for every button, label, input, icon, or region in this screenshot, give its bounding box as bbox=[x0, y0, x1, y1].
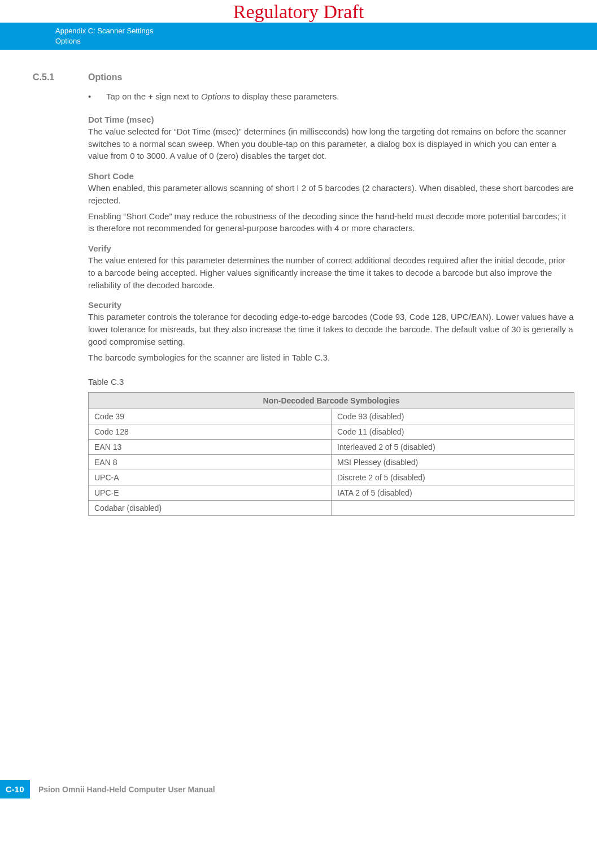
table-row: EAN 8MSI Plessey (disabled) bbox=[89, 455, 574, 470]
footer-manual-title: Psion Omnii Hand-Held Computer User Manu… bbox=[38, 785, 215, 794]
bullet-prefix: Tap on the bbox=[106, 92, 148, 101]
table-row: UPC-ADiscrete 2 of 5 (disabled) bbox=[89, 470, 574, 485]
table-cell: Discrete 2 of 5 (disabled) bbox=[332, 470, 574, 485]
para-short-code-2: Enabling “Short Code” may reduce the rob… bbox=[88, 210, 574, 235]
header-line-1: Appendix C: Scanner Settings bbox=[55, 26, 597, 36]
table-cell: Interleaved 2 of 5 (disabled) bbox=[332, 440, 574, 455]
heading-dot-time: Dot Time (msec) bbox=[88, 115, 574, 124]
table-cell: Code 93 (disabled) bbox=[332, 409, 574, 424]
heading-verify: Verify bbox=[88, 244, 574, 253]
para-dot-time: The value selected for “Dot Time (msec)”… bbox=[88, 125, 574, 162]
bullet-suffix: to display these parameters. bbox=[230, 92, 339, 101]
table-cell: IATA 2 of 5 (disabled) bbox=[332, 485, 574, 501]
header-line-2: Options bbox=[55, 36, 597, 46]
page-number-badge: C-10 bbox=[0, 780, 30, 798]
header-bar: Appendix C: Scanner Settings Options bbox=[0, 23, 597, 50]
table-cell bbox=[332, 501, 574, 516]
bullet-bold: + bbox=[148, 92, 153, 101]
body-area: • Tap on the + sign next to Options to d… bbox=[88, 90, 574, 516]
table-caption: Table C.3 bbox=[88, 377, 574, 387]
para-security-1: This parameter controls the tolerance fo… bbox=[88, 311, 574, 348]
table-row: Code 39Code 93 (disabled) bbox=[89, 409, 574, 424]
bullet-item: • Tap on the + sign next to Options to d… bbox=[88, 90, 574, 103]
watermark-text: Regulatory Draft bbox=[0, 0, 597, 23]
table-cell: EAN 13 bbox=[89, 440, 332, 455]
bullet-text: Tap on the + sign next to Options to dis… bbox=[106, 90, 339, 103]
table-row: Code 128Code 11 (disabled) bbox=[89, 424, 574, 440]
section-number: C.5.1 bbox=[33, 72, 88, 83]
bullet-mid: sign next to bbox=[153, 92, 201, 101]
para-security-2: The barcode symbologies for the scanner … bbox=[88, 351, 574, 364]
table-row: EAN 13Interleaved 2 of 5 (disabled) bbox=[89, 440, 574, 455]
table-cell: MSI Plessey (disabled) bbox=[332, 455, 574, 470]
table-row: Codabar (disabled) bbox=[89, 501, 574, 516]
para-short-code-1: When enabled, this parameter allows scan… bbox=[88, 182, 574, 207]
page-footer: C-10 Psion Omnii Hand-Held Computer User… bbox=[0, 776, 597, 798]
table-cell: UPC-A bbox=[89, 470, 332, 485]
heading-short-code: Short Code bbox=[88, 171, 574, 181]
table-cell: Code 39 bbox=[89, 409, 332, 424]
table-cell: UPC-E bbox=[89, 485, 332, 501]
heading-security: Security bbox=[88, 300, 574, 310]
bullet-marker: • bbox=[88, 90, 106, 103]
table-cell: EAN 8 bbox=[89, 455, 332, 470]
table-row: UPC-EIATA 2 of 5 (disabled) bbox=[89, 485, 574, 501]
section-title: Options bbox=[88, 72, 122, 83]
bullet-italic: Options bbox=[201, 92, 230, 101]
table-cell: Code 11 (disabled) bbox=[332, 424, 574, 440]
section-heading-row: C.5.1 Options bbox=[33, 72, 574, 83]
page-content: C.5.1 Options • Tap on the + sign next t… bbox=[0, 50, 597, 516]
table-cell: Codabar (disabled) bbox=[89, 501, 332, 516]
table-cell: Code 128 bbox=[89, 424, 332, 440]
para-verify: The value entered for this parameter det… bbox=[88, 254, 574, 291]
symbologies-table: Non-Decoded Barcode Symbologies Code 39C… bbox=[88, 392, 574, 516]
table-header: Non-Decoded Barcode Symbologies bbox=[89, 393, 574, 409]
